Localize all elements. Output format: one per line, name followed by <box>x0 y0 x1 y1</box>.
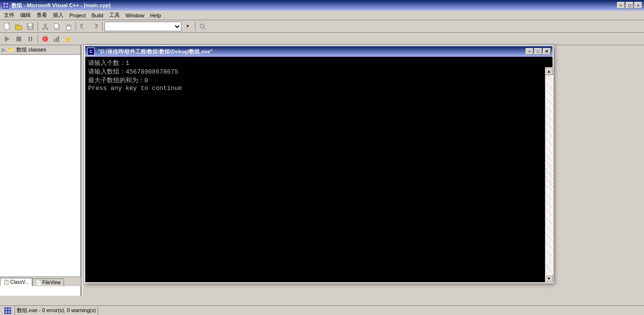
scroll-track <box>545 75 553 275</box>
svg-rect-7 <box>15 25 18 26</box>
svg-rect-37 <box>5 311 7 313</box>
svg-rect-33 <box>66 38 67 41</box>
status-icon <box>4 307 12 315</box>
menu-window[interactable]: Window <box>123 12 147 19</box>
fileview-icon: 📄 <box>36 280 41 285</box>
console-scrollbar[interactable]: ▲ ▼ <box>545 67 553 282</box>
open-button[interactable] <box>13 21 24 32</box>
undo-button[interactable] <box>78 21 89 32</box>
svg-rect-24 <box>31 37 32 41</box>
toolbar-row2: ! <box>0 33 644 45</box>
svg-rect-3 <box>3 6 5 8</box>
fileview-label: FileView <box>42 280 61 285</box>
resize-handle[interactable] <box>81 45 83 296</box>
tree-header: ▷ 📁 数组 classes <box>0 45 80 55</box>
scroll-up-btn[interactable]: ▲ <box>545 67 553 75</box>
toolbar-row1: ▼ <box>0 20 644 33</box>
folder-icon: 📁 <box>8 47 14 53</box>
copy-button[interactable] <box>52 21 62 32</box>
config-dropdown-btn[interactable]: ▼ <box>182 21 193 32</box>
menu-build[interactable]: Build <box>89 12 106 19</box>
minimize-button[interactable]: − <box>617 2 625 9</box>
console-minimize-btn[interactable]: − <box>526 48 533 55</box>
title-bar: 数组 - Microsoft Visual C++ - [main.cpp] −… <box>0 0 644 11</box>
svg-line-20 <box>204 27 206 29</box>
bottom-tab-bar: 📋 ClassV... 📄 FileView <box>0 277 81 286</box>
tab-fileview[interactable]: 📄 FileView <box>32 278 64 286</box>
svg-rect-1 <box>3 3 5 5</box>
console-icon: C <box>87 48 95 55</box>
console-output: 请输入个数：1 请输入数组：45678908678675 最大子数组的和为：0 … <box>85 57 553 272</box>
expand-icon[interactable]: ▷ <box>2 47 6 52</box>
status-bar: 数组.exe - 0 error(s), 0 warning(s) <box>0 305 644 315</box>
menu-file[interactable]: 文件 <box>1 11 17 20</box>
menu-project[interactable]: Project <box>66 12 89 19</box>
svg-rect-22 <box>16 37 21 41</box>
separator-1 <box>38 22 38 31</box>
svg-rect-18 <box>67 25 70 26</box>
config-dropdown[interactable] <box>104 22 181 31</box>
svg-rect-38 <box>8 311 10 313</box>
svg-rect-27 <box>54 39 55 42</box>
run-button[interactable] <box>2 34 13 44</box>
paste-button[interactable] <box>63 21 74 32</box>
svg-rect-2 <box>6 3 8 5</box>
app-icon <box>2 1 10 9</box>
close-button[interactable]: ✕ <box>634 2 642 9</box>
console-window: C "D:\张佳玮\软件工程\数组\数组\Debug\数组.exe" − □ ✕… <box>84 45 554 283</box>
menu-tools[interactable]: 工具 <box>106 11 123 20</box>
tree-label: 数组 classes <box>16 46 46 53</box>
stop-button[interactable] <box>13 34 24 44</box>
main-area: ▷ 📁 数组 classes C "D:\张佳玮\软件工程\数组\数组\Debu… <box>0 45 644 296</box>
svg-rect-32 <box>69 38 70 40</box>
window-controls: − □ ✕ <box>617 2 642 9</box>
console-title-text: "D:\张佳玮\软件工程\数组\数组\Debug\数组.exe" <box>98 48 526 55</box>
svg-rect-4 <box>6 6 8 8</box>
svg-rect-29 <box>58 36 59 42</box>
separator-2 <box>76 22 76 31</box>
menu-help[interactable]: Help <box>147 12 164 19</box>
classview-icon: 📋 <box>3 279 9 285</box>
svg-rect-35 <box>5 308 7 310</box>
console-title-bar: C "D:\张佳玮\软件工程\数组\数组\Debug\数组.exe" − □ ✕ <box>85 46 553 57</box>
window-title: 数组 - Microsoft Visual C++ - [main.cpp] <box>12 2 617 9</box>
error-button[interactable]: ! <box>40 34 51 44</box>
menu-bar: 文件 编辑 查看 插入 Project Build 工具 Window Help <box>0 11 644 20</box>
console-close-btn[interactable]: ✕ <box>543 48 551 55</box>
scroll-down-btn[interactable]: ▼ <box>545 275 553 282</box>
redo-button[interactable] <box>90 21 100 32</box>
pause-button[interactable] <box>25 34 36 44</box>
separator-5 <box>38 35 38 43</box>
console-line1: 请输入个数：1 <box>88 59 543 67</box>
cut-button[interactable] <box>40 21 51 32</box>
svg-marker-21 <box>5 36 10 42</box>
menu-edit[interactable]: 编辑 <box>17 11 34 20</box>
find-button[interactable] <box>197 21 208 32</box>
svg-point-13 <box>42 28 44 30</box>
svg-rect-9 <box>28 24 32 26</box>
console-line2: 请输入数组：45678908678675 <box>88 67 543 76</box>
console-controls: − □ ✕ <box>526 48 551 55</box>
tab-classview[interactable]: 📋 ClassV... <box>0 278 32 286</box>
maximize-button[interactable]: □ <box>626 2 633 9</box>
console-icon-label: C <box>90 49 93 54</box>
menu-insert[interactable]: 插入 <box>50 11 66 20</box>
svg-rect-23 <box>28 37 30 41</box>
console-line3: 最大子数组的和为：0 <box>88 76 543 85</box>
menu-view[interactable]: 查看 <box>34 11 50 20</box>
svg-rect-16 <box>54 24 58 28</box>
status-icon-section <box>2 306 15 315</box>
status-text: 数组.exe - 0 error(s), 0 warning(s) <box>17 307 96 314</box>
save-button[interactable] <box>25 21 36 32</box>
svg-rect-36 <box>8 308 10 310</box>
classview-label: ClassV... <box>10 279 29 285</box>
hand-button[interactable] <box>63 34 74 44</box>
svg-text:!: ! <box>44 37 46 42</box>
separator-4 <box>195 22 195 31</box>
console-maximize-btn[interactable]: □ <box>534 48 542 55</box>
left-panel: ▷ 📁 数组 classes <box>0 45 81 296</box>
svg-rect-28 <box>56 38 57 42</box>
stats-button[interactable] <box>52 34 62 44</box>
separator-3 <box>102 22 103 31</box>
new-file-button[interactable] <box>2 21 13 32</box>
